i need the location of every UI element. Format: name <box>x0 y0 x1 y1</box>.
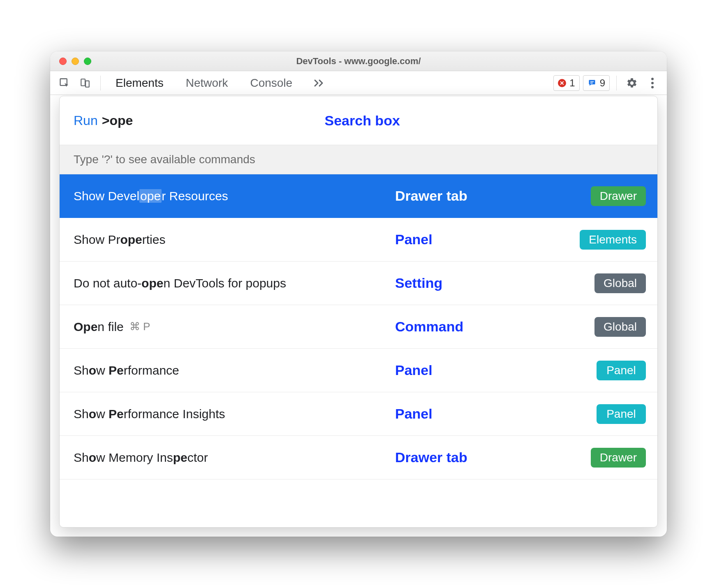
command-search-input[interactable] <box>102 113 250 128</box>
messages-badge[interactable]: 9 <box>583 75 610 91</box>
command-result[interactable]: Open file⌘ PCommandGlobal <box>60 305 657 349</box>
result-badge: Global <box>594 317 646 337</box>
command-result-label: Show Properties <box>74 233 391 247</box>
svg-rect-4 <box>590 83 592 83</box>
command-result[interactable]: Show PerformancePanelPanel <box>60 349 657 392</box>
panel-tabs: Elements Network Console <box>116 76 292 90</box>
result-badge: Panel <box>597 361 646 380</box>
devtools-window: DevTools - www.google.com/ Elements Netw… <box>50 51 667 537</box>
window-title: DevTools - www.google.com/ <box>50 56 667 67</box>
command-result[interactable]: Show Memory InspectorDrawer tabDrawer <box>60 436 657 479</box>
minimize-window-button[interactable] <box>72 58 79 65</box>
window-controls <box>50 58 91 65</box>
svg-point-7 <box>651 86 654 88</box>
titlebar: DevTools - www.google.com/ <box>50 51 667 71</box>
toolbar-separator <box>100 76 101 90</box>
close-window-button[interactable] <box>59 58 67 65</box>
annotation-kind: Panel <box>395 231 547 248</box>
command-result-label: Show Developer Resources <box>74 189 391 203</box>
command-result-label: Show Performance <box>74 363 391 377</box>
errors-badge[interactable]: ✕ 1 <box>553 75 579 91</box>
svg-point-5 <box>651 78 654 80</box>
command-result-label: Show Memory Inspector <box>74 451 391 465</box>
annotation-kind: Panel <box>395 406 547 422</box>
svg-rect-1 <box>81 79 85 86</box>
messages-count: 9 <box>600 77 605 89</box>
run-label: Run <box>74 113 98 128</box>
tab-console[interactable]: Console <box>250 76 292 90</box>
result-badge: Elements <box>580 230 646 250</box>
annotation-search-box: Search box <box>325 113 400 129</box>
command-menu: Run Search box Type '?' to see available… <box>59 96 658 528</box>
zoom-window-button[interactable] <box>84 58 91 65</box>
error-icon: ✕ <box>558 79 566 87</box>
result-badge: Drawer <box>591 448 646 468</box>
annotation-kind: Command <box>395 319 547 335</box>
svg-rect-2 <box>86 81 89 87</box>
command-results: Show Developer ResourcesDrawer tabDrawer… <box>60 174 657 527</box>
command-result-label: Show Performance Insights <box>74 407 391 421</box>
command-result[interactable]: Show PropertiesPanelElements <box>60 218 657 262</box>
kebab-menu-icon[interactable] <box>644 74 661 92</box>
keyboard-shortcut: ⌘ P <box>130 320 150 333</box>
devtools-toolbar: Elements Network Console ✕ 1 <box>50 71 667 95</box>
command-result[interactable]: Do not auto-open DevTools for popupsSett… <box>60 262 657 305</box>
command-search-row: Run Search box <box>60 96 657 145</box>
more-tabs-icon[interactable] <box>314 79 326 87</box>
tab-elements[interactable]: Elements <box>116 76 164 90</box>
command-result[interactable]: Show Developer ResourcesDrawer tabDrawer <box>60 174 657 218</box>
annotation-kind: Drawer tab <box>395 449 547 465</box>
command-hint: Type '?' to see available commands <box>60 145 657 174</box>
command-result-label: Do not auto-open DevTools for popups <box>74 276 391 290</box>
command-result-label: Open file⌘ P <box>74 320 391 334</box>
command-result[interactable]: Show Performance InsightsPanelPanel <box>60 392 657 436</box>
settings-icon[interactable] <box>623 74 641 92</box>
result-badge: Global <box>594 273 646 293</box>
svg-point-6 <box>651 82 654 84</box>
tab-network[interactable]: Network <box>186 76 228 90</box>
svg-rect-3 <box>590 81 593 82</box>
errors-count: 1 <box>569 77 575 89</box>
result-badge: Panel <box>597 404 646 424</box>
annotation-kind: Setting <box>395 275 547 291</box>
device-toolbar-icon[interactable] <box>76 74 94 92</box>
result-badge: Drawer <box>591 186 646 206</box>
toolbar-separator <box>616 76 617 90</box>
annotation-kind: Panel <box>395 362 547 378</box>
inspect-element-icon[interactable] <box>56 74 73 92</box>
annotation-kind: Drawer tab <box>395 188 547 204</box>
message-icon <box>587 79 597 87</box>
